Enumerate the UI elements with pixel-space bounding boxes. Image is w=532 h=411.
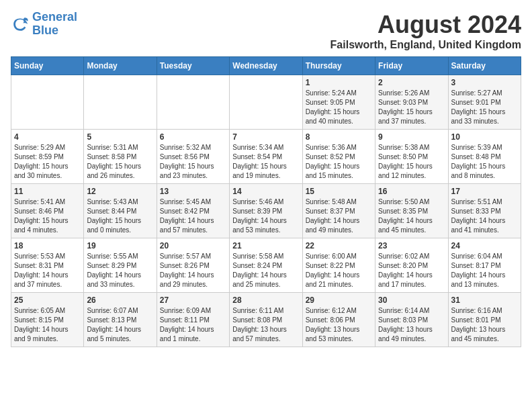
week-row-5: 25Sunrise: 6:05 AM Sunset: 8:15 PM Dayli… [11, 293, 521, 347]
calendar-cell: 25Sunrise: 6:05 AM Sunset: 8:15 PM Dayli… [11, 293, 84, 347]
day-number: 15 [306, 187, 372, 196]
logo-text: General Blue [32, 11, 77, 38]
day-number: 2 [378, 78, 445, 87]
day-info: Sunrise: 5:48 AM Sunset: 8:37 PM Dayligh… [306, 197, 372, 235]
day-info: Sunrise: 6:04 AM Sunset: 8:17 PM Dayligh… [451, 252, 518, 289]
header-cell-wednesday: Wednesday [230, 57, 302, 75]
calendar-cell: 21Sunrise: 5:58 AM Sunset: 8:24 PM Dayli… [230, 238, 302, 293]
week-row-1: 1Sunrise: 5:24 AM Sunset: 9:05 PM Daylig… [11, 75, 521, 130]
calendar-cell: 29Sunrise: 6:12 AM Sunset: 8:06 PM Dayli… [302, 293, 375, 347]
calendar-cell: 5Sunrise: 5:31 AM Sunset: 8:58 PM Daylig… [84, 130, 157, 184]
day-number: 13 [160, 187, 226, 196]
day-info: Sunrise: 6:12 AM Sunset: 8:06 PM Dayligh… [306, 306, 372, 344]
day-info: Sunrise: 5:31 AM Sunset: 8:58 PM Dayligh… [87, 143, 153, 181]
day-number: 25 [14, 295, 81, 305]
calendar-cell: 8Sunrise: 5:36 AM Sunset: 8:52 PM Daylig… [302, 130, 375, 184]
day-info: Sunrise: 5:55 AM Sunset: 8:29 PM Dayligh… [87, 252, 153, 289]
day-number: 8 [306, 132, 372, 142]
day-info: Sunrise: 5:38 AM Sunset: 8:50 PM Dayligh… [378, 143, 445, 181]
page-subtitle: Failsworth, England, United Kingdom [330, 39, 521, 51]
day-number: 28 [232, 295, 299, 305]
day-number: 20 [160, 241, 226, 250]
header-cell-friday: Friday [375, 57, 448, 75]
day-info: Sunrise: 5:58 AM Sunset: 8:24 PM Dayligh… [232, 252, 299, 289]
calendar-cell: 22Sunrise: 6:00 AM Sunset: 8:22 PM Dayli… [302, 238, 375, 293]
calendar-cell: 3Sunrise: 5:27 AM Sunset: 9:01 PM Daylig… [448, 75, 521, 130]
day-number: 30 [378, 295, 445, 305]
header-row: SundayMondayTuesdayWednesdayThursdayFrid… [11, 57, 521, 75]
day-info: Sunrise: 5:32 AM Sunset: 8:56 PM Dayligh… [160, 143, 226, 181]
calendar-cell: 31Sunrise: 6:16 AM Sunset: 8:01 PM Dayli… [448, 293, 521, 347]
calendar-cell: 4Sunrise: 5:29 AM Sunset: 8:59 PM Daylig… [11, 130, 84, 184]
calendar-cell: 13Sunrise: 5:45 AM Sunset: 8:42 PM Dayli… [157, 184, 229, 238]
calendar-cell: 18Sunrise: 5:53 AM Sunset: 8:31 PM Dayli… [11, 238, 84, 293]
header-cell-monday: Monday [84, 57, 157, 75]
day-number: 18 [14, 241, 81, 250]
day-info: Sunrise: 6:00 AM Sunset: 8:22 PM Dayligh… [306, 252, 372, 289]
day-number: 11 [14, 187, 81, 196]
calendar-cell: 1Sunrise: 5:24 AM Sunset: 9:05 PM Daylig… [302, 75, 375, 130]
page-title: August 2024 [330, 11, 521, 39]
day-number: 29 [306, 295, 372, 305]
day-info: Sunrise: 5:26 AM Sunset: 9:03 PM Dayligh… [378, 89, 445, 126]
header-cell-saturday: Saturday [448, 57, 521, 75]
day-info: Sunrise: 6:14 AM Sunset: 8:03 PM Dayligh… [378, 306, 445, 344]
day-number: 5 [87, 132, 153, 142]
day-info: Sunrise: 5:45 AM Sunset: 8:42 PM Dayligh… [160, 197, 226, 235]
header-cell-thursday: Thursday [302, 57, 375, 75]
day-info: Sunrise: 5:36 AM Sunset: 8:52 PM Dayligh… [306, 143, 372, 181]
calendar-body: 1Sunrise: 5:24 AM Sunset: 9:05 PM Daylig… [11, 75, 521, 347]
calendar-cell [230, 75, 302, 130]
day-info: Sunrise: 5:29 AM Sunset: 8:59 PM Dayligh… [14, 143, 81, 181]
calendar-cell: 12Sunrise: 5:43 AM Sunset: 8:44 PM Dayli… [84, 184, 157, 238]
calendar-cell: 19Sunrise: 5:55 AM Sunset: 8:29 PM Dayli… [84, 238, 157, 293]
calendar-cell [157, 75, 229, 130]
day-number: 9 [378, 132, 445, 142]
calendar-cell: 15Sunrise: 5:48 AM Sunset: 8:37 PM Dayli… [302, 184, 375, 238]
calendar-cell: 11Sunrise: 5:41 AM Sunset: 8:46 PM Dayli… [11, 184, 84, 238]
calendar-cell: 16Sunrise: 5:50 AM Sunset: 8:35 PM Dayli… [375, 184, 448, 238]
day-number: 27 [160, 295, 226, 305]
day-number: 6 [160, 132, 226, 142]
day-info: Sunrise: 6:05 AM Sunset: 8:15 PM Dayligh… [14, 306, 81, 344]
week-row-2: 4Sunrise: 5:29 AM Sunset: 8:59 PM Daylig… [11, 130, 521, 184]
calendar-cell: 27Sunrise: 6:09 AM Sunset: 8:11 PM Dayli… [157, 293, 229, 347]
day-number: 7 [232, 132, 299, 142]
logo-icon [11, 15, 30, 34]
day-info: Sunrise: 6:16 AM Sunset: 8:01 PM Dayligh… [451, 306, 518, 344]
calendar-cell: 6Sunrise: 5:32 AM Sunset: 8:56 PM Daylig… [157, 130, 229, 184]
day-info: Sunrise: 5:57 AM Sunset: 8:26 PM Dayligh… [160, 252, 226, 289]
calendar-cell: 28Sunrise: 6:11 AM Sunset: 8:08 PM Dayli… [230, 293, 302, 347]
day-info: Sunrise: 5:46 AM Sunset: 8:39 PM Dayligh… [232, 197, 299, 235]
day-info: Sunrise: 5:53 AM Sunset: 8:31 PM Dayligh… [14, 252, 81, 289]
day-info: Sunrise: 5:27 AM Sunset: 9:01 PM Dayligh… [451, 89, 518, 126]
title-section: August 2024 Failsworth, England, United … [330, 11, 521, 51]
day-info: Sunrise: 5:39 AM Sunset: 8:48 PM Dayligh… [451, 143, 518, 181]
day-info: Sunrise: 6:02 AM Sunset: 8:20 PM Dayligh… [378, 252, 445, 289]
header-cell-tuesday: Tuesday [157, 57, 229, 75]
day-number: 14 [232, 187, 299, 196]
header-cell-sunday: Sunday [11, 57, 84, 75]
page-header: General Blue August 2024 Failsworth, Eng… [11, 11, 521, 51]
day-number: 3 [451, 78, 518, 87]
day-number: 17 [451, 187, 518, 196]
day-number: 31 [451, 295, 518, 305]
day-info: Sunrise: 5:43 AM Sunset: 8:44 PM Dayligh… [87, 197, 153, 235]
week-row-4: 18Sunrise: 5:53 AM Sunset: 8:31 PM Dayli… [11, 238, 521, 293]
day-info: Sunrise: 6:11 AM Sunset: 8:08 PM Dayligh… [232, 306, 299, 344]
day-number: 22 [306, 241, 372, 250]
day-number: 21 [232, 241, 299, 250]
calendar-cell: 23Sunrise: 6:02 AM Sunset: 8:20 PM Dayli… [375, 238, 448, 293]
calendar-cell: 10Sunrise: 5:39 AM Sunset: 8:48 PM Dayli… [448, 130, 521, 184]
calendar-cell [84, 75, 157, 130]
calendar-cell: 17Sunrise: 5:51 AM Sunset: 8:33 PM Dayli… [448, 184, 521, 238]
day-number: 4 [14, 132, 81, 142]
calendar-header: SundayMondayTuesdayWednesdayThursdayFrid… [11, 57, 521, 75]
day-number: 19 [87, 241, 153, 250]
calendar-cell: 26Sunrise: 6:07 AM Sunset: 8:13 PM Dayli… [84, 293, 157, 347]
day-info: Sunrise: 5:24 AM Sunset: 9:05 PM Dayligh… [306, 89, 372, 126]
day-info: Sunrise: 6:09 AM Sunset: 8:11 PM Dayligh… [160, 306, 226, 344]
day-number: 12 [87, 187, 153, 196]
calendar-cell [11, 75, 84, 130]
day-info: Sunrise: 6:07 AM Sunset: 8:13 PM Dayligh… [87, 306, 153, 344]
